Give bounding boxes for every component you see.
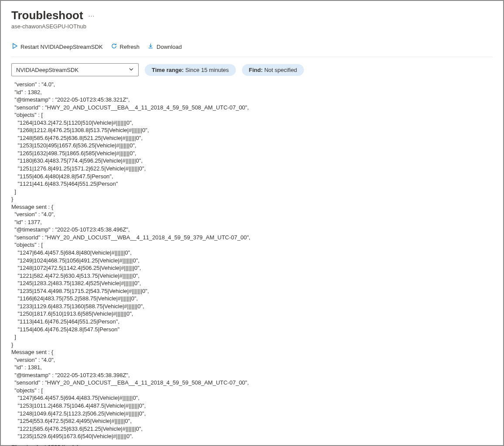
page-title: Troubleshoot bbox=[11, 9, 83, 22]
svg-marker-0 bbox=[13, 44, 17, 48]
restart-label: Restart NVIDIADeepStreamSDK bbox=[20, 44, 103, 50]
refresh-icon bbox=[111, 43, 117, 51]
page-header: Troubleshoot ··· bbox=[11, 9, 493, 22]
download-label: Download bbox=[157, 44, 182, 50]
download-button[interactable]: Download bbox=[147, 42, 182, 51]
find-pill[interactable]: Find: Not specified bbox=[242, 64, 304, 76]
dropdown-value: NVIDIADeepStreamSDK bbox=[16, 67, 78, 73]
refresh-button[interactable]: Refresh bbox=[111, 42, 140, 51]
troubleshoot-page: Troubleshoot ··· ase-chawonASEGPU-IOThub… bbox=[0, 0, 504, 446]
time-range-pill[interactable]: Time range: Since 15 minutes bbox=[145, 64, 236, 76]
play-icon bbox=[11, 43, 18, 51]
log-output: "version" : "4.0", "id" : 1382, "@timest… bbox=[11, 81, 493, 440]
restart-button[interactable]: Restart NVIDIADeepStreamSDK bbox=[11, 42, 103, 51]
find-label: Find: bbox=[249, 67, 264, 73]
time-range-label: Time range: bbox=[152, 67, 185, 73]
toolbar: Restart NVIDIADeepStreamSDK Refresh Down… bbox=[11, 42, 493, 57]
chevron-down-icon bbox=[129, 67, 134, 73]
more-icon[interactable]: ··· bbox=[89, 12, 95, 19]
module-dropdown[interactable]: NVIDIADeepStreamSDK bbox=[11, 63, 139, 76]
download-icon bbox=[147, 43, 154, 51]
filter-row: NVIDIADeepStreamSDK Time range: Since 15… bbox=[11, 63, 493, 76]
find-value: Not specified bbox=[264, 67, 297, 73]
footer-status: Showing last 1500 line(s) bbox=[11, 444, 493, 446]
refresh-label: Refresh bbox=[120, 44, 140, 50]
time-range-value: Since 15 minutes bbox=[185, 67, 229, 73]
page-subtitle: ase-chawonASEGPU-IOThub bbox=[11, 23, 493, 30]
